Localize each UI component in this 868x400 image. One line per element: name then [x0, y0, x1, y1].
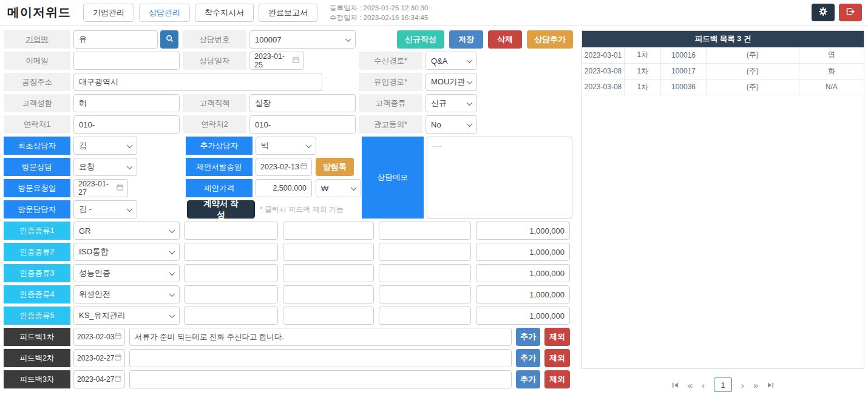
feedback1-date-input[interactable]: 2023-02-03: [73, 328, 125, 346]
feedback2-add-button[interactable]: 추가: [516, 349, 540, 367]
add-consult-button[interactable]: 상담추가: [527, 30, 573, 49]
feedback2-exclude-button[interactable]: 제외: [544, 349, 570, 367]
nav-start-order[interactable]: 착수지시서: [195, 4, 254, 22]
company-name-input[interactable]: [73, 30, 158, 49]
cert2-field1-input[interactable]: [184, 243, 278, 261]
delete-button[interactable]: 삭제: [488, 30, 522, 49]
cert3-type-select[interactable]: 성능인증: [73, 264, 180, 282]
new-button[interactable]: 신규작성: [397, 30, 444, 49]
table-row[interactable]: 2023-03-01 1차 100016 (주) 영: [582, 47, 864, 63]
visit-request-date-input[interactable]: 2023-01-27: [73, 179, 128, 197]
inflow-path-label: 유입경로*: [359, 73, 422, 91]
inflow-path-select[interactable]: MOU기관: [426, 73, 477, 91]
first-page-button[interactable]: [672, 382, 679, 388]
cert4-field3-input[interactable]: [379, 285, 471, 303]
customer-name-input[interactable]: [73, 94, 180, 112]
chevron-down-icon: [169, 291, 175, 297]
table-row[interactable]: 2023-03-08 1차 100017 (주) 화: [582, 63, 864, 79]
chevron-down-icon: [127, 163, 133, 169]
cert3-field3-input[interactable]: [379, 264, 471, 282]
cert5-type-select[interactable]: KS_유지관리: [73, 307, 180, 325]
receive-path-select[interactable]: Q&A: [426, 52, 477, 70]
cert1-amount-input[interactable]: [476, 222, 570, 240]
cert2-amount-input[interactable]: [476, 243, 570, 261]
chevron-down-icon: [169, 269, 175, 276]
feedback1-exclude-button[interactable]: 제외: [544, 328, 570, 346]
cert5-field3-input[interactable]: [379, 307, 471, 325]
currency-select[interactable]: ₩: [316, 179, 361, 197]
feedback1-text-input[interactable]: [129, 328, 512, 346]
cert2-field3-input[interactable]: [379, 243, 471, 261]
cert4-type-select[interactable]: 위생안전: [73, 285, 180, 303]
visit-consult-label: 방문상담: [4, 158, 70, 176]
nav-consult-management[interactable]: 상담관리: [139, 4, 190, 22]
ad-consent-select[interactable]: No: [426, 115, 477, 134]
cert2-type-select[interactable]: ISO통합: [73, 243, 180, 261]
cert5-field2-input[interactable]: [283, 307, 374, 325]
customer-type-select[interactable]: 신규: [426, 94, 477, 112]
settings-button[interactable]: [812, 4, 835, 21]
email-input[interactable]: [73, 52, 180, 70]
nav-completion-report[interactable]: 완료보고서: [259, 4, 317, 22]
feedback3-date-input[interactable]: 2023-04-27: [73, 370, 125, 388]
next-page-button[interactable]: ›: [741, 380, 744, 390]
next-group-button[interactable]: »: [753, 380, 758, 390]
factory-address-input[interactable]: [73, 73, 322, 91]
feedback2-text-input[interactable]: [129, 349, 512, 367]
cert5-field1-input[interactable]: [184, 307, 278, 325]
visit-consult-select[interactable]: 요청: [73, 158, 137, 176]
proposal-price-input[interactable]: [256, 179, 312, 197]
customer-title-input[interactable]: [249, 94, 356, 112]
last-page-button[interactable]: [767, 382, 774, 388]
company-search-button[interactable]: [160, 30, 178, 49]
feedback3-add-button[interactable]: 추가: [516, 370, 540, 388]
consult-no-select[interactable]: 100007: [249, 30, 356, 49]
feedback2-date-input[interactable]: 2023-02-27: [73, 349, 125, 367]
cert1-type-select[interactable]: GR: [73, 222, 180, 240]
proposal-sent-date-input[interactable]: 2023-02-13: [256, 158, 312, 176]
calendar-icon: [115, 375, 121, 384]
cert5-amount-input[interactable]: [476, 307, 570, 325]
cert1-field2-input[interactable]: [283, 222, 374, 240]
feedback1-add-button[interactable]: 추가: [516, 328, 540, 346]
save-button[interactable]: 저장: [449, 30, 483, 49]
page-number[interactable]: 1: [714, 378, 732, 392]
cert4-field1-input[interactable]: [184, 285, 278, 303]
company-name-label[interactable]: 기업명: [4, 30, 70, 49]
consult-date-input[interactable]: 2023-01-25: [249, 52, 304, 70]
consultation-form: 기업명 상담번호 100007 신규작성 저장 삭제 상담추가: [4, 30, 573, 392]
cert1-field1-input[interactable]: [184, 222, 278, 240]
cert2-field2-input[interactable]: [283, 243, 374, 261]
table-row[interactable]: 2023-03-08 1차 100036 (주) N/A: [582, 79, 864, 95]
proposal-price-label: 제안가격: [186, 179, 253, 197]
consult-memo-textarea[interactable]: .....: [427, 137, 572, 219]
logout-button[interactable]: [839, 4, 862, 21]
cert2-label: 인증종류2: [4, 243, 70, 261]
alert-talk-button[interactable]: 알림톡: [316, 158, 354, 176]
feedback3-text-input[interactable]: [129, 370, 512, 388]
cert3-amount-input[interactable]: [476, 264, 570, 282]
cert3-field1-input[interactable]: [184, 264, 278, 282]
prev-group-button[interactable]: «: [688, 380, 693, 390]
ad-consent-label: 광고동의*: [359, 115, 422, 134]
extra-counselor-select[interactable]: 빅: [256, 137, 316, 155]
nav-company-management[interactable]: 기업관리: [83, 4, 134, 22]
prev-page-button[interactable]: ‹: [702, 380, 705, 390]
contact1-input[interactable]: [73, 115, 180, 134]
contact2-input[interactable]: [249, 115, 356, 134]
cert1-field3-input[interactable]: [379, 222, 471, 240]
receive-path-label: 수신경로*: [359, 52, 422, 70]
record-dates: 등록일자 : 2023-01-25 12:30:30 수정일자 : 2023-0…: [330, 3, 428, 22]
modified-date: 수정일자 : 2023-02-16 16:34:45: [330, 13, 428, 22]
cert3-field2-input[interactable]: [283, 264, 374, 282]
contact2-label: 연락처2: [183, 115, 246, 134]
calendar-icon: [300, 163, 307, 171]
feedback-list-panel: 피드백 목록 3 건 2023-03-01 1차 100016 (주) 영 20…: [581, 30, 864, 369]
visit-manager-select[interactable]: 김 -: [73, 200, 137, 219]
feedback3-exclude-button[interactable]: 제외: [544, 370, 570, 388]
cert1-label: 인증종류1: [4, 222, 70, 240]
first-counselor-select[interactable]: 김: [73, 137, 137, 155]
cert4-field2-input[interactable]: [283, 285, 374, 303]
cert4-amount-input[interactable]: [476, 285, 570, 303]
write-contract-button[interactable]: 계약서 작성: [187, 200, 255, 219]
